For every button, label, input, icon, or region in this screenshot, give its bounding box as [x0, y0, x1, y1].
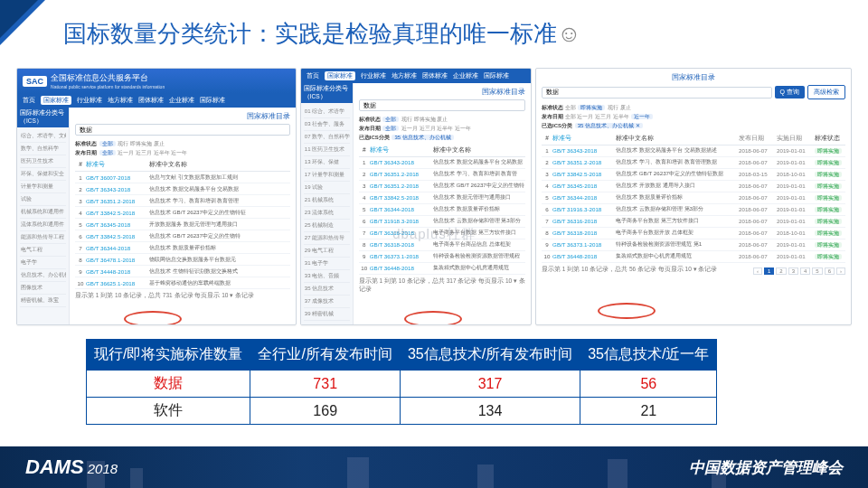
table-row[interactable]: 10GB/T 36448-2018集装箱式数据中心机房通用规范2018-06-0… [542, 251, 845, 263]
table-row[interactable]: 10GB/T 36625.1-2018基于蜂窝移动通信的车载终端数据 [75, 277, 290, 289]
table-row[interactable]: 9GB/T 34448-2018信息技术 生物特征识别数据交换格式 [75, 266, 290, 277]
sidebar-item[interactable]: 21 机械系统 [304, 194, 350, 207]
table-row[interactable]: 4GB/T 33842.5-2018信息技术 数据元管理与通用接口 [359, 192, 525, 204]
table-row[interactable]: 4GB/T 33842.5-2018信息技术 GB/T 26237中定义的生物特… [75, 207, 290, 219]
table-row[interactable]: 1GB/T 36343-2018信息技术 数据交易服务平台 交易数据描述2018… [542, 145, 845, 157]
table-row[interactable]: 3GB/T 36351.2-2018信息技术 GB/T 26237中定义的生物特 [359, 181, 525, 192]
screenshot-gallery: SAC 全国标准信息公共服务平台 National public service… [16, 68, 852, 325]
screenshot-3: 国家标准目录 Q 查询 高级检索 标准状态 全部 即将实施 现行 废止 发布日期… [535, 68, 852, 325]
nav-item[interactable]: 团体标准 [422, 71, 448, 80]
sidebar-item[interactable]: 27 能源和热传导 [304, 232, 350, 245]
sidebar-item[interactable]: 医药卫生技术 [20, 155, 66, 168]
sidebar-item[interactable]: 39 精密机械 [304, 308, 350, 321]
sidebar-item[interactable]: 31 电子学 [304, 258, 350, 270]
search-button[interactable]: Q 查询 [775, 86, 805, 99]
summary-value: 134 [400, 398, 580, 425]
table-row[interactable]: 10GB/T 36448-2018集装箱式数据中心机房通用规范 [359, 263, 525, 275]
nav-item[interactable]: 首页 [307, 71, 319, 80]
table-row[interactable]: 6GB/T 31916.3-2018信息技术 云数据存储和管理 第3部分2018… [542, 204, 845, 216]
sidebar-item[interactable]: 29 电气工程 [304, 245, 350, 258]
sidebar-item[interactable]: 33 电信、音频 [304, 270, 350, 283]
table-row[interactable]: 2GB/T 36343-2018信息技术 数据交易服务平台 交易数据 [75, 183, 290, 195]
search-input[interactable] [75, 124, 290, 136]
table-row[interactable]: 7GB/T 36316-2018电子商务平台数据 第三方软件接口 [359, 228, 525, 239]
platform-header: SAC 全国标准信息公共服务平台 National public service… [17, 69, 296, 93]
search-bar[interactable] [75, 124, 290, 136]
nav-item[interactable]: 国际标准 [484, 71, 509, 80]
sidebar-item[interactable]: 37 成像技术 [304, 296, 350, 308]
sidebar-item[interactable]: 计量学和测量 [20, 181, 66, 193]
nav-item[interactable]: 国家标准 [325, 71, 355, 80]
dams-logo: DAMS2018 [25, 455, 118, 479]
sidebar-item[interactable]: 07 数学、自然科学 [304, 131, 350, 144]
nav-item[interactable]: 国家标准 [41, 96, 71, 105]
table-row[interactable]: 5GB/T 36344-2018信息技术 数据质量评价指标 [359, 204, 525, 216]
sidebar-item[interactable]: 23 流体系统 [304, 207, 350, 220]
sidebar-item[interactable]: 17 计量学和测量 [304, 169, 350, 182]
table-row[interactable]: 7GB/T 36344-2018信息技术 数据质量评价指标 [75, 242, 290, 254]
sidebar-item[interactable]: 01 综合、术语学 [304, 106, 350, 118]
sidebar-item[interactable]: 环保、保健和安全 [20, 168, 66, 181]
sidebar-item[interactable]: 能源和热传导工程 [20, 231, 66, 244]
filter-row[interactable]: 标准状态 全部 现行 即将实施 废止 发布日期 全部 近一月 近三月 近半年 近… [75, 139, 290, 157]
table-row[interactable]: 5GB/T 36345-2018开放数据服务 数据元管理与通用接口 [75, 219, 290, 230]
sidebar-item[interactable]: 机械系统和通用件 [20, 206, 66, 219]
sidebar-item[interactable]: 35 信息技术 [304, 283, 350, 296]
sidebar-item[interactable]: 19 试验 [304, 182, 350, 194]
table-row[interactable]: 9GB/T 36373.1-2018特种设备检验检测资源管理规范 第12018-… [542, 239, 845, 251]
nav-item[interactable]: 国际标准 [200, 96, 225, 105]
table-row[interactable]: 8GB/T 36318-2018电子商务平台商品信息 总体框架 [359, 239, 525, 251]
search-input[interactable] [542, 87, 772, 99]
sidebar-item[interactable]: 13 环保、保健 [304, 156, 350, 169]
advanced-search-button[interactable]: 高级检索 [807, 85, 845, 99]
sidebar-item[interactable]: 11 医药卫生技术 [304, 144, 350, 156]
nav-item[interactable]: 行业标准 [77, 96, 102, 105]
summary-value: 21 [580, 398, 717, 425]
table-row[interactable]: 2GB/T 36351.2-2018信息技术 学习、教育和培训 教育管理数据20… [542, 157, 845, 169]
table-row[interactable]: 8GB/T 36478.1-2018物联网信息交换数据服务平台数据元 [75, 254, 290, 266]
sidebar-item[interactable]: 图像技术 [20, 282, 66, 295]
table-row[interactable]: 1GB/T 36007-2018信息与文献 引文数据库数据加工规则 [75, 172, 290, 183]
sidebar-item[interactable]: 综合、术语学、文献 [20, 130, 66, 143]
nav-item[interactable]: 首页 [23, 96, 35, 105]
sidebar-item[interactable]: 精密机械、珠宝 [20, 295, 66, 307]
pager[interactable]: ‹123456› [753, 267, 845, 275]
table-row[interactable]: 2GB/T 36351.2-2018信息技术 学习、教育和培训 教育管 [359, 169, 525, 181]
table-row[interactable]: 6GB/T 33842.5-2018信息技术 GB/T 26237中定义的生物特 [75, 230, 290, 242]
table-row[interactable]: 3GB/T 36351.2-2018信息技术 学习、教育和培训 教育管理 [75, 195, 290, 207]
ics-sidebar[interactable]: 国际标准分类号（ICS） 综合、术语学、文献数学、自然科学医药卫生技术环保、保健… [17, 108, 70, 324]
table-row[interactable]: 5GB/T 36344-2018信息技术 数据质量评价指标2018-06-072… [542, 192, 845, 204]
sidebar-item[interactable]: 25 机械制造 [304, 220, 350, 232]
nav-item[interactable]: 团体标准 [138, 96, 164, 105]
filter-row[interactable]: 标准状态 全部 即将实施 现行 废止 发布日期 全部 近一月 近三月 近半年 近… [542, 103, 845, 131]
nav[interactable]: 首页国家标准行业标准地方标准团体标准企业标准国际标准 [17, 93, 296, 108]
nav[interactable]: 首页国家标准行业标准地方标准团体标准企业标准国际标准 [301, 69, 531, 83]
table-row[interactable]: 1GB/T 36343-2018信息技术 数据交易服务平台 交易数据 [359, 157, 525, 169]
sidebar-item[interactable]: 试验 [20, 193, 66, 206]
sidebar-item[interactable]: 电气工程 [20, 244, 66, 257]
table-row[interactable]: 7GB/T 36316-2018电子商务平台数据 第三方软件接口2018-06-… [542, 216, 845, 228]
ics-sidebar[interactable]: 国际标准分类号（ICS） 01 综合、术语学03 社会学、服务07 数学、自然科… [301, 83, 354, 324]
summary-header: 现行/即将实施标准数量 [87, 340, 250, 371]
search-bar[interactable]: Q 查询 高级检索 [542, 85, 845, 99]
filter-row[interactable]: 标准状态 全部 现行 即将实施 废止 发布日期 全部 近一月 近三月 近半年 近… [359, 115, 525, 143]
search-input[interactable] [359, 99, 525, 111]
sidebar-item[interactable]: 数学、自然科学 [20, 143, 66, 155]
summary-value: 56 [580, 371, 717, 398]
nav-item[interactable]: 行业标准 [361, 71, 386, 80]
nav-item[interactable]: 企业标准 [169, 96, 194, 105]
nav-item[interactable]: 地方标准 [108, 96, 133, 105]
sidebar-item[interactable]: 流体系统和通用件 [20, 219, 66, 231]
summary-header: 全行业/所有发布时间 [250, 340, 400, 371]
table-row[interactable]: 6GB/T 31918.3-2018信息技术 云数据存储和管理 第3部分 [359, 216, 525, 228]
nav-item[interactable]: 企业标准 [453, 71, 478, 80]
table-row[interactable]: 8GB/T 36318-2018电子商务平台数据开放 总体框架2018-06-0… [542, 228, 845, 239]
table-row[interactable]: 4GB/T 36345-2018信息技术 开放数据 通用导入接口2018-06-… [542, 181, 845, 192]
table-row[interactable]: 3GB/T 33842.5-2018信息技术 GB/T 26237中定义的生物特… [542, 169, 845, 181]
table-row[interactable]: 9GB/T 36373.1-2018特种设备检验检测资源数据管理规程 [359, 251, 525, 263]
sidebar-item[interactable]: 电子学 [20, 257, 66, 269]
sidebar-item[interactable]: 信息技术、办公机械 [20, 269, 66, 282]
sac-logo: SAC [23, 76, 47, 87]
nav-item[interactable]: 地方标准 [392, 71, 417, 80]
sidebar-item[interactable]: 03 社会学、服务 [304, 118, 350, 131]
